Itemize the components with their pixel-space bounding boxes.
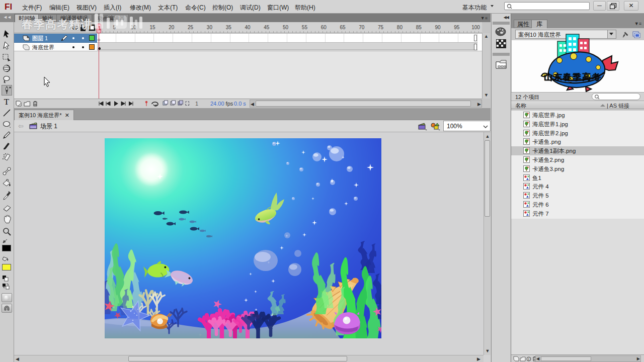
svg-text:i: i (528, 357, 529, 361)
svg-text:T: T (4, 97, 10, 107)
